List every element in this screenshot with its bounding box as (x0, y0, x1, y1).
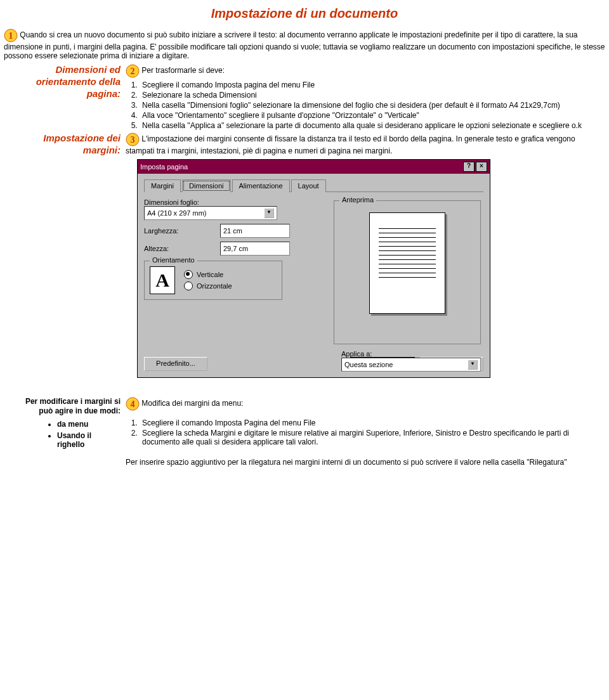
section2-heading: Impostazione dei margini: (6, 133, 121, 157)
list-item: Nella casella "Dimensioni foglio" selezi… (140, 101, 603, 110)
intro-text: Quando si crea un nuovo documento si può… (4, 30, 605, 60)
label-altezza: Altezza: (144, 245, 220, 252)
orientation-icon: A (150, 266, 175, 294)
larghezza-input[interactable]: 21 cm (220, 224, 290, 238)
list-item: Scegliere il comando Imposta Pagina del … (140, 418, 603, 427)
step-1-icon: 1 (4, 29, 18, 42)
orientamento-group: Orientamento A Verticale Orizzontale (144, 261, 282, 300)
close-button[interactable]: × (476, 162, 487, 172)
list-item: Alla voce "Orientamento" scegliere il pu… (140, 111, 603, 120)
list-item: Selezionare la scheda Dimensioni (140, 91, 603, 100)
step-2-icon: 2 (126, 64, 140, 78)
dialog-title: Imposta pagina (140, 163, 462, 171)
dimensioni-foglio-combo[interactable]: A4 (210 x 297 mm) ▼ (144, 206, 277, 220)
tab-alimentazione[interactable]: Alimentazione (232, 179, 290, 192)
label-larghezza: Larghezza: (144, 227, 220, 235)
section3-bullets: da menu Usando il righello (6, 420, 121, 449)
svg-text:4: 4 (131, 399, 135, 409)
label-anteprima: Anteprima (339, 196, 376, 204)
list-item: da menu (57, 420, 121, 429)
altezza-input[interactable]: 29,7 cm (220, 242, 290, 256)
section3-footnote: Per inserire spazio aggiuntivo per la ri… (126, 458, 603, 467)
radio-icon (184, 270, 193, 279)
section1-heading: Dimensioni ed orientamento della pagina: (6, 64, 121, 100)
step-4-icon: 4 (126, 397, 140, 411)
radio-icon (184, 282, 193, 290)
predefinito-button[interactable]: Predefinito... (144, 357, 207, 371)
svg-text:3: 3 (131, 135, 135, 145)
list-item: Nella casella "Applica a" selezionare la… (140, 121, 603, 130)
radio-label: Verticale (197, 271, 223, 278)
section2-body: L'impostazione dei margini consente di f… (126, 134, 575, 155)
dialog-tabs: Margini Dimensioni Alimentazione Layout (144, 179, 483, 192)
imposta-pagina-dialog: Imposta pagina ? × Margini Dimensioni Al… (137, 159, 490, 378)
dimensioni-foglio-value: A4 (210 x 297 mm) (147, 209, 207, 217)
step-3-icon: 3 (126, 133, 140, 146)
section3-heading: Per modificare i margini si può agire in… (6, 397, 121, 416)
svg-text:2: 2 (131, 67, 135, 76)
section1-lead: Per trasformarle si deve: (141, 66, 225, 75)
preview-page-icon (369, 212, 445, 314)
list-item: Usando il righello (57, 431, 121, 449)
svg-text:1: 1 (9, 31, 13, 41)
label-dimensioni-foglio: Dimensioni foglio: (144, 198, 334, 206)
page-title: Impostazione di un documento (4, 6, 605, 21)
chevron-down-icon: ▼ (468, 360, 478, 370)
tab-layout[interactable]: Layout (291, 179, 326, 192)
radio-verticale[interactable]: Verticale (184, 270, 232, 279)
section3-steps: Scegliere il comando Imposta Pagina del … (140, 418, 603, 446)
tab-dimensioni[interactable]: Dimensioni (182, 179, 230, 192)
chevron-down-icon: ▼ (264, 208, 274, 218)
list-item: Scegliere il comando Imposta pagina del … (140, 81, 603, 89)
section1-steps: Scegliere il comando Imposta pagina del … (140, 81, 603, 130)
label-orientamento: Orientamento (150, 256, 197, 264)
help-button[interactable]: ? (463, 162, 475, 172)
larghezza-value: 21 cm (223, 227, 242, 235)
intro-paragraph: 1 Quando si crea un nuovo documento si p… (4, 29, 605, 60)
section3-lead: Modifica dei margini da menu: (141, 399, 243, 408)
tab-margini[interactable]: Margini (144, 179, 181, 192)
dialog-titlebar: Imposta pagina ? × (138, 160, 490, 174)
list-item: Scegliere la scheda Margini e digitare l… (140, 429, 603, 446)
applica-a-value: Questa sezione (344, 361, 393, 368)
applica-a-combo[interactable]: Questa sezione ▼ (341, 358, 481, 372)
radio-orizzontale[interactable]: Orizzontale (184, 282, 232, 290)
label-applica-a: Applica a: (341, 350, 481, 358)
anteprima-group: Anteprima (334, 200, 481, 344)
altezza-value: 29,7 cm (223, 245, 248, 252)
radio-label: Orizzontale (197, 282, 232, 290)
